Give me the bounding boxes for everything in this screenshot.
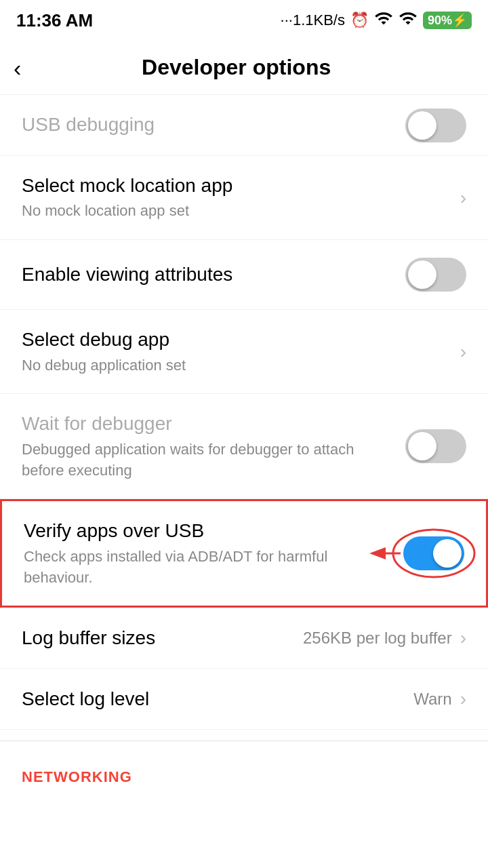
setting-item-log-buffer[interactable]: Log buffer sizes 256KB per log buffer › (0, 608, 488, 669)
status-bar: 11:36 AM ···1.1KB/s ⏰ 90 % ⚡ (0, 0, 488, 41)
settings-list: USB debugging Select mock location app N… (0, 95, 488, 730)
battery-indicator: 90 % ⚡ (423, 12, 472, 29)
setting-item-wait-debugger[interactable]: Wait for debugger Debugged application w… (0, 394, 488, 499)
app-bar: ‹ Developer options (0, 41, 488, 95)
chevron-right-icon: › (460, 627, 466, 649)
debug-app-subtitle: No debug application set (22, 355, 447, 376)
verify-usb-subtitle: Check apps installed via ADB/ADT for har… (24, 547, 390, 589)
wait-debugger-title: Wait for debugger (22, 412, 392, 436)
annotation-arrow (367, 540, 407, 567)
viewing-attributes-toggle[interactable] (405, 258, 466, 292)
page-title: Developer options (32, 55, 441, 80)
verify-usb-toggle[interactable] (403, 536, 464, 570)
verify-usb-title: Verify apps over USB (24, 519, 390, 543)
status-time: 11:36 AM (16, 10, 93, 31)
chevron-right-icon: › (460, 688, 466, 710)
signal-icon (374, 9, 393, 32)
usb-debugging-title: USB debugging (22, 113, 392, 137)
log-buffer-title: Log buffer sizes (22, 626, 289, 650)
wait-debugger-subtitle: Debugged application waits for debugger … (22, 439, 392, 481)
log-level-title: Select log level (22, 687, 400, 711)
wifi-icon (399, 9, 418, 32)
setting-item-debug-app[interactable]: Select debug app No debug application se… (0, 310, 488, 394)
section-divider (0, 741, 488, 741)
log-buffer-value: 256KB per log buffer (303, 629, 452, 648)
mock-location-subtitle: No mock location app set (22, 201, 447, 222)
setting-item-mock-location[interactable]: Select mock location app No mock locatio… (0, 156, 488, 240)
chevron-right-icon: › (460, 341, 466, 363)
status-icons: ···1.1KB/s ⏰ 90 % ⚡ (281, 9, 472, 32)
setting-item-viewing-attributes[interactable]: Enable viewing attributes (0, 240, 488, 310)
setting-item-usb-debugging[interactable]: USB debugging (0, 95, 488, 156)
viewing-attributes-title: Enable viewing attributes (22, 262, 392, 287)
wait-debugger-toggle[interactable] (405, 429, 466, 463)
alarm-icon: ⏰ (350, 12, 369, 29)
debug-app-title: Select debug app (22, 328, 447, 352)
usb-debugging-toggle[interactable] (405, 108, 466, 142)
chevron-right-icon: › (460, 187, 466, 209)
network-speed: ···1.1KB/s (281, 12, 345, 29)
mock-location-title: Select mock location app (22, 174, 447, 198)
back-button[interactable]: ‹ (14, 56, 32, 79)
setting-item-verify-usb[interactable]: Verify apps over USB Check apps installe… (0, 499, 488, 608)
setting-item-log-level[interactable]: Select log level Warn › (0, 669, 488, 730)
networking-section-header: NETWORKING (0, 752, 488, 791)
log-level-value: Warn (413, 690, 451, 709)
